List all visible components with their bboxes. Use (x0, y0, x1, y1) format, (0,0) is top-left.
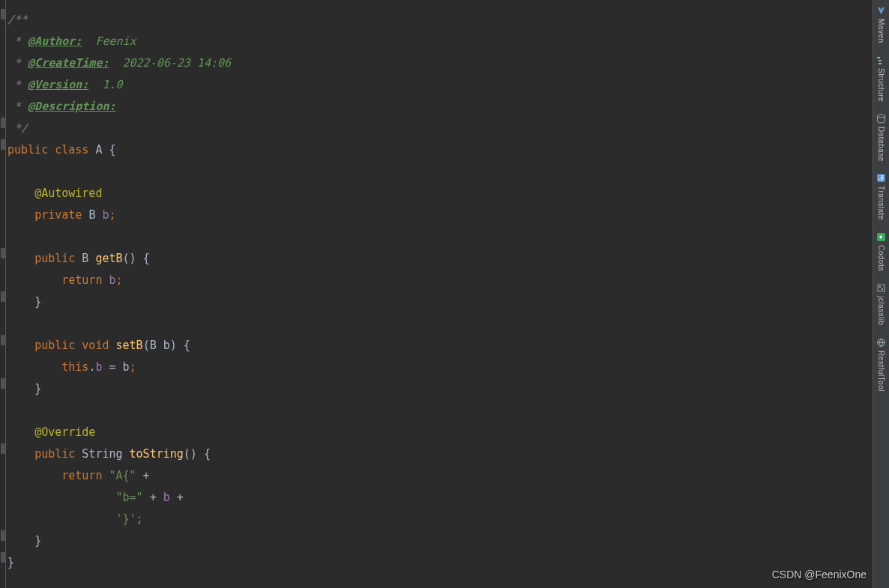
brace-open: { (184, 339, 190, 352)
semicolon: ; (130, 360, 136, 374)
tool-label: Database (877, 127, 885, 162)
javadoc-star: * (7, 100, 28, 113)
keyword-return: return (61, 469, 102, 482)
parens: () (123, 252, 136, 265)
gutter (0, 0, 6, 588)
brace-open: { (143, 252, 150, 265)
fold-mark[interactable] (1, 335, 5, 345)
svg-rect-9 (882, 288, 883, 290)
fold-mark[interactable] (1, 552, 5, 563)
code-editor[interactable]: /** * @Author: Feenix * @CreateTime: 202… (6, 0, 873, 588)
field-ref: b (163, 491, 170, 504)
version-value: 1.0 (102, 78, 122, 91)
string-literal: "A{" (109, 469, 136, 482)
keyword-public: public (7, 143, 48, 157)
keyword-class: class (55, 143, 88, 157)
database-icon (876, 114, 886, 124)
char-literal: '}' (116, 512, 136, 526)
svg-text:译: 译 (878, 175, 885, 182)
plus: + (136, 469, 157, 482)
brace-open: { (204, 447, 211, 461)
tool-label: Maven (877, 19, 885, 43)
javadoc-star: * (7, 34, 28, 48)
tool-structure[interactable]: Structure (873, 52, 889, 109)
class-name: A (95, 143, 102, 157)
fold-mark[interactable] (1, 118, 5, 128)
tool-restful[interactable]: RestfulTool (873, 335, 889, 399)
fold-mark[interactable] (1, 9, 5, 19)
param-name: b (163, 339, 170, 352)
string-literal: "b=" (116, 491, 143, 504)
annotation-override: @Override (34, 425, 95, 439)
brace-close: } (34, 534, 41, 548)
keyword-private: private (34, 208, 82, 222)
plus: + (170, 491, 190, 504)
svg-point-3 (878, 115, 885, 118)
keyword-public: public (34, 447, 75, 461)
fold-mark[interactable] (1, 443, 5, 454)
svg-rect-7 (878, 285, 885, 291)
method-name: toString (130, 447, 184, 461)
author-value: Feenix (95, 34, 136, 48)
svg-rect-2 (879, 63, 882, 64)
globe-icon (876, 338, 886, 348)
tool-translate[interactable]: 译 Translate (873, 170, 889, 228)
author-tag: @Author: (28, 34, 82, 48)
parens: () (184, 447, 197, 461)
field-ref: b (109, 273, 115, 287)
svg-rect-0 (877, 57, 880, 58)
keyword-return: return (61, 273, 102, 287)
codota-icon (876, 232, 886, 242)
tool-jclasslib[interactable]: jclasslib (873, 280, 889, 333)
keyword-public: public (34, 252, 75, 265)
svg-rect-1 (879, 60, 882, 61)
semicolon: ; (136, 512, 143, 526)
tool-label: RestfulTool (877, 351, 885, 392)
tool-label: Translate (877, 186, 885, 220)
tool-label: Codota (877, 245, 885, 271)
keyword-this: this (61, 360, 88, 374)
tool-database[interactable]: Database (873, 111, 889, 169)
annotation-autowired: @Autowired (34, 187, 102, 200)
watermark: CSDN @FeenixOne (772, 569, 867, 581)
value: b (123, 360, 130, 374)
field-type: B (88, 208, 95, 222)
brace-close: } (34, 382, 41, 395)
method-name: getB (95, 252, 122, 265)
svg-rect-8 (879, 286, 881, 288)
fold-mark[interactable] (1, 378, 5, 389)
javadoc-star: * (7, 78, 28, 91)
create-tag: @CreateTime: (28, 56, 109, 70)
param-type: B (150, 339, 157, 352)
brace-close: } (7, 556, 14, 569)
structure-icon (876, 55, 886, 65)
return-type: B (82, 252, 88, 265)
version-tag: @Version: (28, 78, 88, 91)
create-value: 2022-06-23 14:06 (123, 56, 232, 70)
keyword-void: void (82, 339, 109, 352)
description-tag: @Description: (28, 100, 115, 113)
semicolon: ; (116, 273, 123, 287)
fold-mark[interactable] (1, 530, 5, 541)
javadoc-close: */ (14, 121, 28, 135)
equals: = (102, 360, 122, 374)
brace-open: { (109, 143, 115, 157)
editor-root: /** * @Author: Feenix * @CreateTime: 202… (0, 0, 889, 588)
javadoc-open: /** (7, 13, 28, 26)
plus: + (143, 491, 163, 504)
method-name: setB (116, 339, 143, 352)
tool-label: Structure (877, 68, 885, 102)
brace-close: } (34, 295, 41, 309)
fold-mark[interactable] (1, 139, 5, 150)
tool-maven[interactable]: Maven (873, 3, 889, 51)
jclasslib-icon (876, 283, 886, 293)
javadoc-star: * (7, 56, 28, 70)
translate-icon: 译 (876, 173, 886, 183)
keyword-public: public (34, 339, 75, 352)
tool-sidebar: Maven Structure Database 译 Translate Cod… (873, 0, 889, 588)
fold-mark[interactable] (1, 248, 5, 258)
tool-codota[interactable]: Codota (873, 229, 889, 279)
return-type: String (82, 447, 122, 461)
fold-mark[interactable] (1, 291, 5, 302)
tool-label: jclasslib (877, 296, 885, 326)
